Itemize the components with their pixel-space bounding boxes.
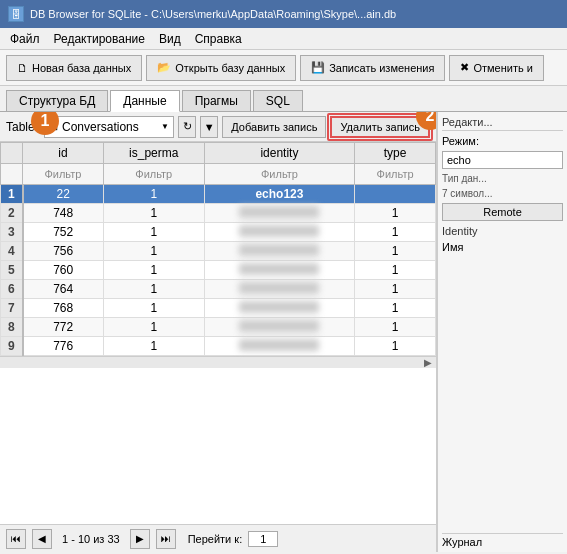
nav-next-button[interactable]: ▶ bbox=[130, 529, 150, 549]
cell-type[interactable]: 1 bbox=[355, 337, 436, 356]
cell-identity[interactable]: echo123 bbox=[204, 185, 354, 204]
col-type-filter[interactable]: Фильтр bbox=[355, 164, 436, 185]
cell-type[interactable]: 1 bbox=[355, 261, 436, 280]
col-type-header[interactable]: type bbox=[355, 143, 436, 164]
table-row[interactable]: 97761blurredname1 bbox=[1, 337, 436, 356]
left-panel: Table: ⊞ Conversations ▼ 1 ↻ ▼ Добавить … bbox=[0, 112, 437, 552]
cell-identity[interactable]: blurredname bbox=[204, 204, 354, 223]
cell-isperma[interactable]: 1 bbox=[103, 337, 204, 356]
cell-identity[interactable]: blurredname bbox=[204, 242, 354, 261]
cell-id[interactable]: 768 bbox=[23, 299, 104, 318]
table-row[interactable]: 67641blurredname1 bbox=[1, 280, 436, 299]
col-id-header[interactable]: id bbox=[23, 143, 104, 164]
tab-sql[interactable]: SQL bbox=[253, 90, 303, 111]
cell-type[interactable]: 1 bbox=[355, 299, 436, 318]
col-isperma-filter[interactable]: Фильтр bbox=[103, 164, 204, 185]
table-row[interactable]: 77681blurredname1 bbox=[1, 299, 436, 318]
cell-isperma[interactable]: 1 bbox=[103, 299, 204, 318]
cell-isperma[interactable]: 1 bbox=[103, 280, 204, 299]
cell-identity[interactable]: blurredname bbox=[204, 299, 354, 318]
table-row[interactable]: 47561blurredname1 bbox=[1, 242, 436, 261]
tab-structure[interactable]: Структура БД bbox=[6, 90, 108, 111]
row-number: 1 bbox=[1, 185, 23, 204]
table-row[interactable]: 27481blurredname1 bbox=[1, 204, 436, 223]
col-identity-filter[interactable]: Фильтр bbox=[204, 164, 354, 185]
tab-pragmas[interactable]: Прагмы bbox=[182, 90, 251, 111]
cell-identity[interactable]: blurredname bbox=[204, 337, 354, 356]
table-row[interactable]: 1221echo123 bbox=[1, 185, 436, 204]
table-row[interactable]: 57601blurredname1 bbox=[1, 261, 436, 280]
cell-identity[interactable]: blurredname bbox=[204, 280, 354, 299]
filter-button[interactable]: ▼ bbox=[200, 116, 218, 138]
cell-type[interactable]: 1 bbox=[355, 318, 436, 337]
new-db-button[interactable]: 🗋 Новая база данных bbox=[6, 55, 142, 81]
cell-id[interactable]: 748 bbox=[23, 204, 104, 223]
delete-record-button[interactable]: Удалить запись bbox=[330, 116, 430, 138]
cell-isperma[interactable]: 1 bbox=[103, 261, 204, 280]
open-db-button[interactable]: 📂 Открыть базу данных bbox=[146, 55, 296, 81]
save-changes-button[interactable]: 💾 Записать изменения bbox=[300, 55, 445, 81]
nav-prev-button[interactable]: ◀ bbox=[32, 529, 52, 549]
add-record-button[interactable]: Добавить запись bbox=[222, 116, 326, 138]
remote-button[interactable]: Remote bbox=[442, 203, 563, 221]
spacer bbox=[442, 257, 563, 529]
cell-identity[interactable]: blurredname bbox=[204, 318, 354, 337]
table-select[interactable]: ⊞ Conversations ▼ 1 bbox=[44, 116, 174, 138]
nav-first-button[interactable]: ⏮ bbox=[6, 529, 26, 549]
cell-type[interactable]: 1 bbox=[355, 204, 436, 223]
edit-label: Редакти... bbox=[442, 116, 563, 131]
table-container[interactable]: id is_perma identity type Фильтр Фильтр … bbox=[0, 142, 436, 524]
col-isperma-header[interactable]: is_perma bbox=[103, 143, 204, 164]
cell-isperma[interactable]: 1 bbox=[103, 204, 204, 223]
col-id-filter[interactable]: Фильтр bbox=[23, 164, 104, 185]
main-toolbar: 🗋 Новая база данных 📂 Открыть базу данны… bbox=[0, 50, 567, 86]
identity-label: Identity bbox=[442, 225, 563, 237]
cell-id[interactable]: 752 bbox=[23, 223, 104, 242]
cell-isperma[interactable]: 1 bbox=[103, 223, 204, 242]
hscroll-bar[interactable]: ▶ bbox=[0, 356, 436, 368]
cell-type[interactable]: 1 bbox=[355, 242, 436, 261]
tab-bar: Структура БД Данные Прагмы SQL bbox=[0, 86, 567, 112]
table-row[interactable]: 87721blurredname1 bbox=[1, 318, 436, 337]
dropdown-arrow-icon: ▼ bbox=[161, 122, 169, 131]
cell-id[interactable]: 22 bbox=[23, 185, 104, 204]
menu-view[interactable]: Вид bbox=[153, 31, 187, 47]
row-number: 4 bbox=[1, 242, 23, 261]
filter-icon: ▼ bbox=[204, 121, 215, 133]
cell-id[interactable]: 756 bbox=[23, 242, 104, 261]
cell-isperma[interactable]: 1 bbox=[103, 242, 204, 261]
table-toolbar: Table: ⊞ Conversations ▼ 1 ↻ ▼ Добавить … bbox=[0, 112, 436, 142]
goto-label: Перейти к: bbox=[188, 533, 243, 545]
menu-edit[interactable]: Редактирование bbox=[48, 31, 151, 47]
cell-id[interactable]: 760 bbox=[23, 261, 104, 280]
cell-type[interactable] bbox=[355, 185, 436, 204]
echo-input[interactable] bbox=[442, 151, 563, 169]
cell-isperma[interactable]: 1 bbox=[103, 318, 204, 337]
row-number: 5 bbox=[1, 261, 23, 280]
cell-isperma[interactable]: 1 bbox=[103, 185, 204, 204]
cell-id[interactable]: 764 bbox=[23, 280, 104, 299]
right-panel: Редакти... Режим: Тип дан... 7 символ...… bbox=[437, 112, 567, 552]
cell-type[interactable]: 1 bbox=[355, 280, 436, 299]
menu-file[interactable]: Файл bbox=[4, 31, 46, 47]
row-number: 3 bbox=[1, 223, 23, 242]
refresh-button[interactable]: ↻ bbox=[178, 116, 196, 138]
cancel-changes-button[interactable]: ✖ Отменить и bbox=[449, 55, 543, 81]
cell-identity[interactable]: blurredname bbox=[204, 261, 354, 280]
table-row[interactable]: 37521blurredname1 bbox=[1, 223, 436, 242]
type-data-label: Тип дан... bbox=[442, 173, 563, 184]
nav-last-button[interactable]: ⏭ bbox=[156, 529, 176, 549]
tab-data[interactable]: Данные bbox=[110, 90, 179, 112]
cancel-icon: ✖ bbox=[460, 61, 469, 74]
cell-identity[interactable]: blurredname bbox=[204, 223, 354, 242]
open-db-icon: 📂 bbox=[157, 61, 171, 74]
cell-type[interactable]: 1 bbox=[355, 223, 436, 242]
app-icon: 🗄 bbox=[8, 6, 24, 22]
menu-help[interactable]: Справка bbox=[189, 31, 248, 47]
cell-id[interactable]: 772 bbox=[23, 318, 104, 337]
new-db-icon: 🗋 bbox=[17, 62, 28, 74]
cell-id[interactable]: 776 bbox=[23, 337, 104, 356]
goto-input[interactable] bbox=[248, 531, 278, 547]
col-identity-header[interactable]: identity bbox=[204, 143, 354, 164]
data-table: id is_perma identity type Фильтр Фильтр … bbox=[0, 142, 436, 356]
